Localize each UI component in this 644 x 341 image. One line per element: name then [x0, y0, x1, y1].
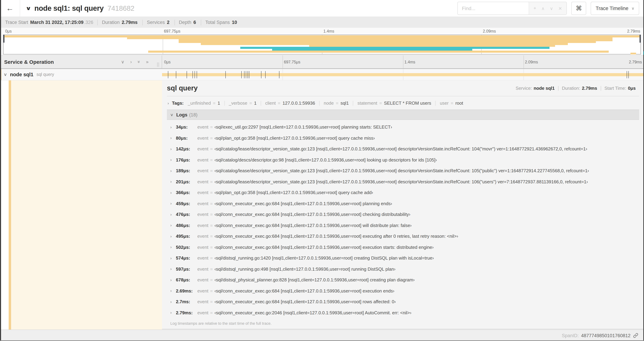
log-event-tick: [241, 71, 242, 78]
find-input[interactable]: [458, 2, 529, 15]
log-event-tick: [246, 71, 246, 78]
trace-stat: Services 2: [142, 20, 174, 25]
log-event-tick: [225, 71, 226, 78]
log-entry[interactable]: › 476μs: event = ‹sql/conn_executor_exec…: [167, 209, 639, 220]
span-tree-column: [0, 80, 162, 329]
tags-accordion[interactable]: › Tags: _unfinished = 1 _verbose = 1 cli…: [167, 99, 639, 110]
stat-label: Trace Start: [5, 20, 28, 25]
log-field-label: event: [197, 190, 208, 195]
trace-title-wrap: ∨ node sql1: sql query 7418682: [20, 4, 134, 13]
log-field-label: event: [197, 245, 208, 250]
keyboard-shortcuts-button[interactable]: ⌘: [572, 2, 586, 15]
logs-accordion-header[interactable]: ∨ Logs (18): [167, 110, 639, 120]
chevron-down-icon[interactable]: ∨: [26, 5, 31, 12]
log-entry[interactable]: › 2.79ms: event = ‹sql/conn_executor_exe…: [167, 307, 639, 318]
next-match-icon[interactable]: ∨: [550, 6, 553, 11]
span-row-timeline-cell[interactable]: [162, 69, 644, 80]
viewport-end-handle[interactable]: [640, 35, 641, 43]
trace-view-selector[interactable]: Trace Timeline ∨: [591, 2, 639, 15]
log-entry[interactable]: › 80μs: event = ‹sql/plan_opt.go:358 [ns…: [167, 133, 639, 143]
header-actions: ⌖ ∧ ∨ ✕ ⌘ Trace Timeline ∨: [458, 2, 644, 15]
chevron-down-icon[interactable]: ∨: [4, 72, 7, 77]
stat-value: 2: [167, 20, 170, 25]
chevron-right-icon: ›: [170, 300, 176, 304]
chevron-right-icon: ›: [170, 201, 176, 206]
meta-value: 2.79ms: [582, 86, 597, 91]
log-timestamp: 2.69ms:: [176, 288, 197, 293]
log-entry[interactable]: › 574μs: event = ‹sql/distsql_running.go…: [167, 253, 639, 263]
chevron-right-icon: ›: [170, 158, 176, 162]
log-timestamp: 366μs:: [176, 190, 197, 195]
minimap-tick-label: 0μs: [5, 29, 12, 33]
log-entry[interactable]: › 366μs: event = ‹sql/plan_opt.go:358 [n…: [167, 187, 639, 198]
service-operation-header: Service & Operation ∨›»»: [0, 56, 162, 68]
log-entry[interactable]: › 176μs: event = ‹sql/catalog/descs/desc…: [167, 154, 639, 165]
tree-collapse-icon[interactable]: »: [136, 61, 142, 63]
stat-label: Depth: [179, 20, 191, 25]
span-row-name-cell[interactable]: ∨ node sql1 sql query: [0, 69, 162, 80]
chevron-right-icon: ›: [170, 223, 176, 227]
log-event-tick: [197, 71, 197, 78]
log-field-label: event: [197, 234, 208, 239]
span-row: ∨ node sql1 sql query: [0, 69, 644, 80]
log-equals: =: [210, 125, 213, 130]
log-equals: =: [210, 266, 213, 272]
minimap-span-bar: [240, 47, 550, 49]
log-entry[interactable]: › 2.7ms: event = ‹sql/conn_executor_exec…: [167, 296, 639, 307]
span-duration-bar[interactable]: [162, 73, 644, 76]
log-entry[interactable]: › 34μs: event = ‹sql/exec_util.go:2297 […: [167, 122, 639, 133]
log-entry[interactable]: › 459μs: event = ‹sql/conn_executor_exec…: [167, 198, 639, 209]
trace-content: sql query Service: node sql1 Duration: 2…: [0, 80, 644, 329]
log-timestamp: 476μs:: [176, 212, 197, 217]
trace-id: 7418682: [108, 4, 134, 12]
back-button[interactable]: ←: [0, 0, 20, 17]
chevron-right-icon: ›: [170, 136, 176, 140]
minimap-tick-label: 1.4ms: [324, 29, 334, 33]
tree-collapse-icon[interactable]: ›: [130, 59, 132, 65]
span-color-stripe: [9, 80, 11, 329]
service-operation-title: Service & Operation: [4, 59, 121, 65]
column-resizer-grip[interactable]: [157, 62, 159, 67]
log-entry[interactable]: › 678μs: event = ‹sql/distsql_physical_p…: [167, 274, 639, 285]
log-entry[interactable]: › 486μs: event = ‹sql/conn_executor_exec…: [167, 220, 639, 231]
locate-icon[interactable]: ⌖: [534, 6, 536, 11]
minimap-span-bar: [148, 51, 609, 53]
log-event-tick: [261, 71, 262, 78]
log-timestamp: 80μs:: [176, 136, 197, 141]
logs-label: Logs: [176, 112, 188, 117]
tag-key: node: [324, 101, 334, 106]
span-meta-item: Start Time: 0μs: [600, 86, 639, 91]
log-value: ‹sql/conn_executor_exec.go:684 [nsql1,cl…: [214, 288, 394, 293]
tag-key: _verbose: [229, 101, 247, 106]
log-field-label: event: [197, 277, 208, 283]
log-entry[interactable]: › 189μs: event = ‹sql/catalog/lease/desc…: [167, 165, 639, 176]
tag-equals: =: [278, 101, 280, 106]
prev-match-icon[interactable]: ∧: [541, 6, 545, 11]
tag-item: user = root: [436, 101, 468, 106]
deep-link-icon[interactable]: [633, 333, 638, 338]
log-entry[interactable]: › 502μs: event = ‹sql/conn_executor_exec…: [167, 242, 639, 253]
minimap-canvas[interactable]: [3, 35, 641, 54]
log-value: ‹sql/conn_executor_exec.go:684 [nsql1,cl…: [214, 201, 392, 206]
clear-search-icon[interactable]: ✕: [558, 6, 562, 11]
span-id-footer: SpanID: 4877749850101760812: [0, 329, 644, 341]
command-icon: ⌘: [576, 5, 582, 12]
tree-collapse-icon[interactable]: »: [146, 59, 148, 65]
log-entry[interactable]: › 2.69ms: event = ‹sql/conn_executor_exe…: [167, 285, 639, 296]
log-entry[interactable]: › 142μs: event = ‹sql/catalog/lease/desc…: [167, 143, 639, 154]
log-field-label: event: [197, 223, 208, 228]
log-entry[interactable]: › 495μs: event = ‹sql/conn_executor_exec…: [167, 231, 639, 242]
view-selector-label: Trace Timeline: [596, 6, 628, 11]
stat-value: March 31 2022, 17:25:09: [30, 20, 84, 25]
timeline-header-row: Service & Operation ∨›»» 0μs697.75μs1.4m…: [0, 55, 644, 69]
log-equals: =: [210, 256, 213, 261]
log-entry[interactable]: › 597μs: event = ‹sql/distsql_running.go…: [167, 263, 639, 274]
log-field-label: event: [197, 266, 208, 272]
log-field-label: event: [197, 201, 208, 206]
trace-stat: Trace Start March 31 2022, 17:25:09 .326: [5, 20, 98, 25]
tag-item: _verbose = 1: [224, 101, 261, 106]
viewport-start-handle[interactable]: [3, 35, 4, 43]
chevron-right-icon: ›: [170, 256, 176, 260]
tree-collapse-icon[interactable]: ∨: [121, 59, 124, 65]
log-entry[interactable]: › 201μs: event = ‹sql/catalog/lease/desc…: [167, 176, 639, 187]
